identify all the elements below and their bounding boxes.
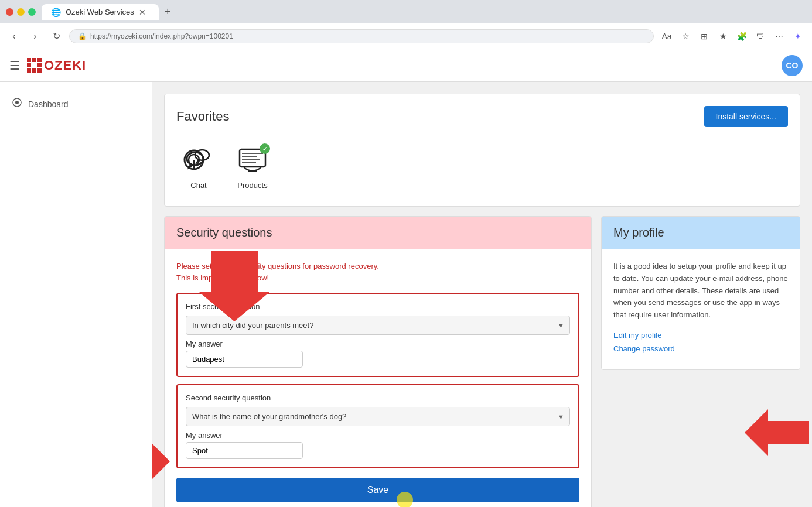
sidebar: Dashboard bbox=[0, 82, 152, 507]
profile-wrapper: My profile It is a good idea to setup yo… bbox=[601, 216, 800, 507]
tab-favicon: 🌐 bbox=[51, 8, 61, 17]
svg-point-1 bbox=[15, 101, 19, 104]
browser-toolbar: ‹ › ↻ 🔒 https://myozeki.com/index.php?ow… bbox=[0, 23, 812, 49]
first-question-block: First security question In which city di… bbox=[176, 293, 579, 377]
security-body: Please setup your security questions for… bbox=[165, 249, 591, 507]
browser-chrome: 🌐 Ozeki Web Services ✕ + ‹ › ↻ 🔒 https:/… bbox=[0, 0, 812, 49]
more-options-icon[interactable]: ⋯ bbox=[771, 28, 787, 44]
browser-shield-icon[interactable]: 🛡 bbox=[752, 28, 769, 44]
logo-text: OZEKI bbox=[44, 58, 86, 73]
extensions-icon[interactable]: 🧩 bbox=[733, 28, 750, 44]
favorites-items: Chat bbox=[176, 139, 788, 194]
logo-cell bbox=[37, 58, 42, 62]
products-label: Products bbox=[237, 181, 267, 190]
active-tab[interactable]: 🌐 Ozeki Web Services ✕ bbox=[42, 4, 159, 20]
ozeki-logo: OZEKI bbox=[27, 58, 86, 73]
install-services-button[interactable]: Install services... bbox=[704, 106, 788, 127]
sidebar-item-dashboard[interactable]: Dashboard bbox=[0, 91, 152, 117]
url-text: https://myozeki.com/index.php?owpn=10020… bbox=[90, 32, 233, 40]
app-header-right: CO bbox=[782, 55, 803, 76]
first-answer-input[interactable] bbox=[186, 351, 303, 368]
warning-line2: This is important, do it now! bbox=[176, 273, 269, 282]
close-window-button[interactable] bbox=[6, 8, 13, 16]
profile-card: My profile It is a good idea to setup yo… bbox=[601, 216, 800, 370]
sidebar-item-label: Dashboard bbox=[28, 100, 69, 109]
address-bar[interactable]: 🔒 https://myozeki.com/index.php?owpn=100… bbox=[69, 29, 654, 43]
products-check-badge: ✓ bbox=[260, 143, 270, 154]
split-view-icon[interactable]: ⊞ bbox=[696, 28, 712, 44]
tab-title: Ozeki Web Services bbox=[66, 8, 134, 16]
profile-body: It is a good idea to setup your profile … bbox=[602, 249, 800, 369]
favorites-icon[interactable]: ★ bbox=[715, 28, 731, 44]
profile-title: My profile bbox=[613, 226, 788, 239]
app-body: Dashboard Favorites Install services... bbox=[0, 82, 812, 507]
logo-cell bbox=[37, 63, 42, 67]
app-header-left: ☰ OZEKI bbox=[9, 58, 782, 73]
warning-line1: Please setup your security questions for… bbox=[176, 262, 379, 270]
minimize-window-button[interactable] bbox=[17, 8, 25, 16]
new-tab-button[interactable]: + bbox=[159, 4, 177, 20]
profile-header: My profile bbox=[602, 217, 800, 249]
hamburger-menu-icon[interactable]: ☰ bbox=[9, 59, 20, 73]
change-password-link[interactable]: Change password bbox=[613, 344, 788, 353]
favorites-title: Favorites bbox=[176, 109, 229, 124]
browser-tabs: 🌐 Ozeki Web Services ✕ + bbox=[42, 4, 806, 20]
favorites-item-products[interactable]: ✓ Products bbox=[230, 139, 275, 194]
security-header: Security questions bbox=[165, 217, 591, 249]
copilot-icon[interactable]: ✦ bbox=[790, 28, 806, 44]
favorites-header: Favorites Install services... bbox=[176, 106, 788, 127]
app-header: ☰ OZEKI CO bbox=[0, 49, 812, 82]
logo-cell bbox=[27, 63, 31, 67]
logo-cell bbox=[37, 68, 42, 73]
chat-label: Chat bbox=[190, 181, 206, 190]
reader-view-icon[interactable]: Aa bbox=[659, 28, 675, 44]
second-answer-input[interactable] bbox=[186, 442, 303, 459]
second-question-select[interactable]: What is the name of your grandmother's d… bbox=[186, 407, 570, 426]
browser-titlebar: 🌐 Ozeki Web Services ✕ + bbox=[0, 0, 812, 23]
products-icon-container: ✓ bbox=[235, 143, 270, 179]
bottom-area: Security questions Please setup your sec… bbox=[164, 216, 800, 507]
logo-cell-empty bbox=[32, 63, 36, 67]
second-question-select-wrapper: What is the name of your grandmother's d… bbox=[186, 407, 570, 426]
first-question-select-wrapper: In which city did your parents meet? bbox=[186, 316, 570, 335]
logo-cell bbox=[27, 58, 31, 62]
edit-profile-link[interactable]: Edit my profile bbox=[613, 331, 788, 340]
logo-cell bbox=[32, 58, 36, 62]
save-button-wrapper: Save bbox=[176, 475, 579, 502]
second-question-block: Second security question What is the nam… bbox=[176, 384, 579, 468]
tab-close-button[interactable]: ✕ bbox=[139, 8, 146, 17]
security-wrapper: Security questions Please setup your sec… bbox=[164, 216, 592, 507]
chat-icon bbox=[181, 143, 216, 179]
first-question-label: First security question bbox=[186, 302, 570, 311]
favorites-card: Favorites Install services... bbox=[164, 94, 800, 207]
browser-window-controls bbox=[6, 8, 36, 16]
profile-description: It is a good idea to setup your profile … bbox=[613, 261, 788, 321]
svg-marker-15 bbox=[745, 409, 809, 456]
first-question-select[interactable]: In which city did your parents meet? bbox=[186, 316, 570, 335]
back-button[interactable]: ‹ bbox=[6, 28, 22, 44]
security-title: Security questions bbox=[176, 226, 579, 239]
security-card: Security questions Please setup your sec… bbox=[164, 216, 592, 507]
first-answer-label: My answer bbox=[186, 340, 570, 348]
reload-button[interactable]: ↻ bbox=[48, 28, 64, 44]
main-content: Favorites Install services... bbox=[152, 82, 812, 507]
user-avatar[interactable]: CO bbox=[782, 55, 803, 76]
logo-grid-icon bbox=[27, 58, 42, 73]
logo-cell bbox=[32, 68, 36, 73]
maximize-window-button[interactable] bbox=[28, 8, 36, 16]
forward-button[interactable]: › bbox=[27, 28, 43, 44]
bookmark-icon[interactable]: ☆ bbox=[677, 28, 694, 44]
security-warning: Please setup your security questions for… bbox=[176, 261, 579, 283]
save-button[interactable]: Save bbox=[176, 478, 579, 502]
second-question-label: Second security question bbox=[186, 393, 570, 402]
toolbar-icons: Aa ☆ ⊞ ★ 🧩 🛡 ⋯ ✦ bbox=[659, 28, 806, 44]
dashboard-icon bbox=[12, 97, 22, 111]
lock-icon: 🔒 bbox=[78, 32, 87, 40]
left-arrow-overlay bbox=[745, 409, 809, 458]
app: ☰ OZEKI CO bbox=[0, 49, 812, 507]
second-answer-label: My answer bbox=[186, 431, 570, 440]
logo-cell bbox=[27, 68, 31, 73]
favorites-item-chat[interactable]: Chat bbox=[176, 139, 221, 194]
